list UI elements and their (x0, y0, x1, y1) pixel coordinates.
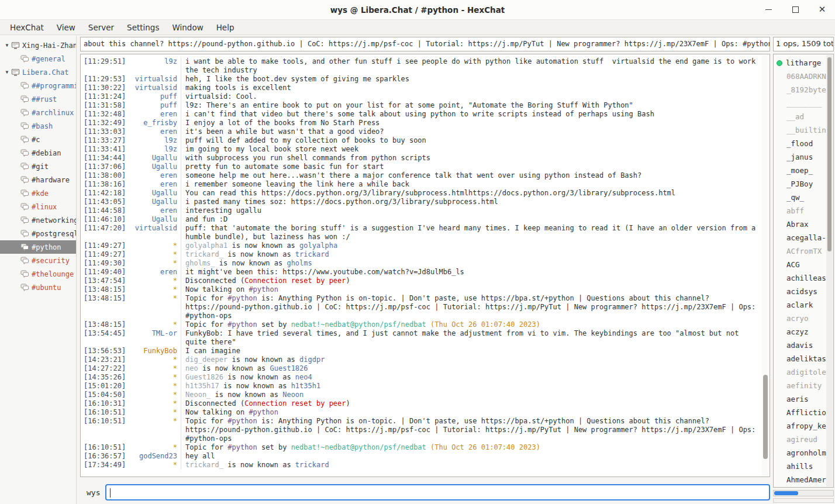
title-bar[interactable]: wys @ Libera.Chat / #python - HexChat ✕ (0, 0, 835, 20)
user-__builtin[interactable]: __builtin (774, 123, 833, 137)
user-ACG[interactable]: ACG (774, 258, 833, 271)
channel-thelounge[interactable]: #thelounge (0, 267, 76, 281)
timestamp: [11:33:41] (84, 145, 127, 154)
userlist-hscrollbar[interactable] (773, 490, 834, 496)
message-text: i can't find that video but there's some… (181, 110, 761, 119)
userlist-hscrollbar-thumb[interactable] (774, 491, 798, 495)
expander-icon[interactable]: ▼ (3, 70, 11, 75)
user-name: _moep_ (786, 166, 813, 175)
message-text: golyalpha1 is now known as golyalpha (181, 241, 761, 250)
user-_flood[interactable]: _flood (774, 137, 833, 150)
chat-message: [17:34:49]*trickard_ is now known as tri… (84, 461, 761, 470)
user-adigitole[interactable]: adigitole (774, 365, 833, 379)
user-aclark[interactable]: aclark (774, 298, 833, 312)
user-aczyz[interactable]: aczyz (774, 325, 833, 339)
message-input[interactable] (105, 484, 770, 500)
user-achilleas[interactable]: achilleas (774, 271, 833, 285)
menu-hexchat[interactable]: HexChat (4, 21, 50, 34)
user-acryo[interactable]: acryo (774, 312, 833, 325)
channel-postgresql[interactable]: #postgresql (0, 227, 76, 240)
user-count-label: 1 ops, 1509 tot (773, 37, 834, 51)
close-button[interactable]: ✕ (817, 5, 827, 15)
channel-linux[interactable]: #linux (0, 200, 76, 213)
channel-security[interactable]: #security (0, 254, 76, 267)
nick: puff (127, 101, 181, 110)
user-_janus[interactable]: _janus (774, 150, 833, 164)
channel-c[interactable]: #c (0, 133, 76, 146)
user-________[interactable]: ________ (774, 96, 833, 110)
user-adavis[interactable]: adavis (774, 339, 833, 352)
user-__ad[interactable]: __ad (774, 110, 833, 123)
nick: virtualsid (127, 224, 181, 241)
network-libera.chat[interactable]: ▼Libera.Chat (0, 65, 76, 79)
timestamp: [13:54:45] (84, 329, 127, 347)
nick: * (127, 294, 181, 320)
user-ACfromTX[interactable]: ACfromTX (774, 244, 833, 258)
nick: * (127, 277, 181, 285)
user-acidsys[interactable]: acidsys (774, 285, 833, 298)
expander-icon[interactable]: ▼ (3, 43, 11, 48)
user-agireud[interactable]: agireud (774, 433, 833, 446)
userlist-scrollbar-thumb[interactable] (827, 57, 831, 251)
timestamp: [15:04:50] (84, 391, 127, 399)
channel-programming[interactable]: ##programming (0, 79, 76, 92)
network-xing-hai-zhan[interactable]: ▼Xing-Hai-Zhan (0, 39, 76, 52)
chat-scrollbar[interactable] (762, 55, 769, 476)
channel-archlinux[interactable]: #archlinux (0, 106, 76, 119)
timestamp: [17:34:49] (84, 461, 127, 470)
channel-python[interactable]: #python (0, 240, 76, 254)
timestamp: [14:23:21] (84, 355, 127, 364)
channel-networking[interactable]: #networking (0, 213, 76, 227)
user-Afflictio[interactable]: Afflictio (774, 406, 833, 419)
user-litharge[interactable]: litharge (774, 56, 833, 70)
channel-general[interactable]: #general (0, 52, 76, 65)
channel-icon (20, 149, 32, 157)
channel-rust[interactable]: ##rust (0, 92, 76, 106)
chat-message: [16:10:51]*Now talking on #python (84, 408, 761, 417)
chat-message: [11:34:44]Ugalluwith subprocess you run … (84, 154, 761, 163)
user-afropy_ke[interactable]: afropy_ke (774, 419, 833, 433)
channel-label: #bash (32, 122, 53, 130)
channel-hardware[interactable]: #hardware (0, 173, 76, 187)
topic-input[interactable]: about this channel? https://pound-python… (80, 37, 770, 51)
user-_8192byte[interactable]: _8192byte (774, 83, 833, 96)
user-068AADRKN[interactable]: 068AADRKN (774, 70, 833, 83)
menu-settings[interactable]: Settings (120, 21, 165, 34)
channel-kde[interactable]: #kde (0, 187, 76, 200)
chat-area: [11:29:51]l9zi want be able to make tool… (80, 54, 770, 477)
channel-debian[interactable]: #debian (0, 146, 76, 160)
channel-label: #c (32, 136, 40, 144)
channel-icon (20, 216, 32, 224)
user-AhmedAmer[interactable]: AhmedAmer (774, 473, 833, 486)
minimize-button[interactable] (764, 5, 773, 15)
userlist-scrollbar[interactable] (826, 55, 833, 486)
maximize-button[interactable] (791, 5, 800, 15)
user-adeliktas[interactable]: adeliktas (774, 352, 833, 365)
user-name: _qw_ (786, 193, 804, 202)
user-aefinity[interactable]: aefinity (774, 379, 833, 392)
user-_moep_[interactable]: _moep_ (774, 164, 833, 177)
chat-messages[interactable]: [11:29:51]l9zi want be able to make tool… (81, 55, 761, 476)
chat-message: [11:49:27]*trickard_ is now known as tri… (84, 250, 761, 259)
user-_PJBoy[interactable]: _PJBoy (774, 177, 833, 191)
menu-view[interactable]: View (50, 21, 82, 34)
user-acegalla-[interactable]: acegalla- (774, 231, 833, 244)
menu-help[interactable]: Help (210, 21, 241, 34)
user-ahills[interactable]: ahills (774, 460, 833, 473)
chat-message: [16:10:31]*Disconnected (Connection rese… (84, 399, 761, 408)
menu-server[interactable]: Server (82, 21, 120, 34)
chat-message: [11:38:00]erensomeone help me out here..… (84, 171, 761, 180)
user-Abrax[interactable]: Abrax (774, 218, 833, 231)
channel-git[interactable]: #git (0, 160, 76, 173)
user-agronholm[interactable]: agronholm (774, 446, 833, 460)
user-name: ACfromTX (786, 247, 822, 256)
nick: eren (127, 180, 181, 189)
channel-bash[interactable]: #bash (0, 119, 76, 133)
user-aeris[interactable]: aeris (774, 392, 833, 406)
menu-window[interactable]: Window (165, 21, 209, 34)
channel-ubuntu[interactable]: #ubuntu (0, 281, 76, 294)
chat-scrollbar-thumb[interactable] (763, 375, 768, 459)
user-abff[interactable]: abff (774, 204, 833, 218)
user-_qw_[interactable]: _qw_ (774, 191, 833, 204)
timestamp: [11:32:49] (84, 119, 127, 127)
